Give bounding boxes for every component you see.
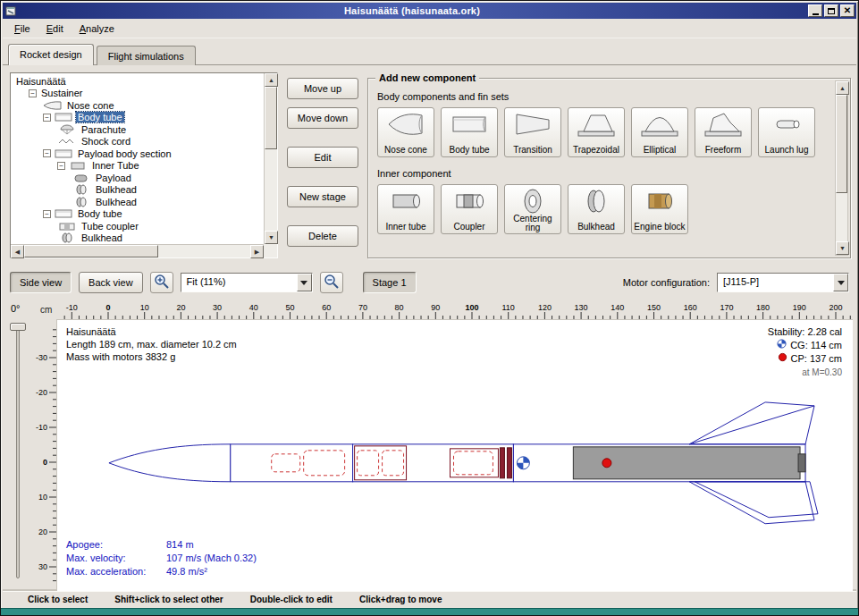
add-nose-cone-button[interactable]: Nose cone bbox=[377, 107, 434, 157]
body-tube-shape[interactable] bbox=[231, 444, 353, 482]
add-coupler-button[interactable]: Coupler bbox=[441, 184, 498, 234]
tab-flight-simulations[interactable]: Flight simulations bbox=[97, 46, 196, 65]
payload-icon bbox=[72, 173, 91, 183]
flight-stat-apogee: Apogee:814 m bbox=[66, 538, 257, 552]
add-trapezoidal-button[interactable]: Trapezoidal bbox=[568, 107, 625, 157]
maximize-button[interactable] bbox=[824, 4, 838, 17]
tree-item-inner-tube[interactable]: −Inner Tube bbox=[13, 160, 264, 173]
tree-item-parachute[interactable]: Parachute bbox=[13, 123, 264, 136]
scroll-up-icon[interactable]: ▲ bbox=[836, 81, 849, 95]
add-freeform-button[interactable]: Freeform bbox=[695, 107, 752, 157]
edit-button[interactable]: Edit bbox=[287, 147, 358, 168]
tree-item-sustainer[interactable]: −Sustainer bbox=[13, 88, 264, 100]
side-view-button[interactable]: Side view bbox=[10, 272, 72, 293]
freeform-icon bbox=[703, 111, 743, 138]
new-stage-button[interactable]: New stage bbox=[287, 186, 358, 207]
add-body-tube-button[interactable]: Body tube bbox=[441, 107, 498, 157]
menu-edit[interactable]: Edit bbox=[38, 21, 72, 37]
tree-collapse-icon[interactable]: − bbox=[43, 210, 51, 218]
motor-configuration-label: Motor configuration: bbox=[623, 277, 710, 288]
menu-file[interactable]: File bbox=[6, 21, 38, 37]
add-inner-tube-button[interactable]: Inner tube bbox=[377, 184, 434, 234]
tree-item-shock-cord[interactable]: Shock cord bbox=[13, 136, 264, 148]
mach-note: at M=0.30 bbox=[768, 366, 842, 379]
tree-horizontal-scrollbar[interactable]: ◀ ▶ bbox=[11, 244, 264, 257]
tree-item-payload-body-section[interactable]: −Payload body section bbox=[13, 148, 264, 160]
svg-text:-20: -20 bbox=[36, 388, 47, 397]
payload-section-shape[interactable] bbox=[353, 444, 514, 482]
svg-text:30: 30 bbox=[38, 562, 47, 571]
combo-arrow-button[interactable] bbox=[833, 274, 848, 291]
rocket-info-block: Haisunäätä Length 189 cm, max. diameter … bbox=[66, 325, 237, 363]
tree-item-tube-coupler[interactable]: Tube coupler bbox=[13, 220, 264, 232]
zoom-in-button[interactable] bbox=[150, 272, 173, 293]
add-transition-button[interactable]: Transition bbox=[504, 107, 561, 157]
add-bulkhead-button[interactable]: Bulkhead bbox=[568, 184, 625, 234]
scroll-right-icon[interactable]: ▶ bbox=[250, 245, 264, 258]
palette-button-label: Coupler bbox=[453, 223, 484, 232]
tree-item-label: Bulkhead bbox=[80, 232, 124, 243]
rotation-slider[interactable] bbox=[16, 326, 20, 578]
scroll-left-icon[interactable]: ◀ bbox=[11, 245, 24, 258]
tree-item-haisun-t[interactable]: Haisunäätä bbox=[13, 75, 264, 88]
tree-item-body-tube[interactable]: −Body tube bbox=[13, 112, 264, 124]
menu-analyze[interactable]: Analyze bbox=[72, 21, 122, 37]
engine-block-icon bbox=[640, 188, 679, 215]
bulkhead-shape[interactable] bbox=[500, 448, 504, 478]
tree-item-payload[interactable]: Payload bbox=[13, 172, 264, 184]
combo-arrow-button[interactable] bbox=[297, 274, 312, 291]
zoom-level-select[interactable]: Fit (11%) bbox=[181, 273, 313, 292]
minimize-button[interactable] bbox=[808, 4, 822, 17]
scroll-down-icon[interactable]: ▼ bbox=[265, 231, 278, 244]
tree-item-nose-cone[interactable]: Nose cone bbox=[13, 99, 264, 112]
tree-item-body-tube[interactable]: −Body tube bbox=[13, 208, 264, 221]
flight-stat-max-velocity: Max. velocity:107 m/s (Mach 0.32) bbox=[66, 552, 257, 565]
motor-configuration-select[interactable]: [J115-P] bbox=[717, 273, 849, 292]
stat-label: Max. acceleration: bbox=[66, 565, 166, 578]
rotation-slider-handle[interactable] bbox=[10, 323, 26, 331]
zoom-out-button[interactable] bbox=[320, 272, 343, 293]
nose-cone-shape[interactable] bbox=[109, 444, 231, 482]
bulkhead-icon bbox=[72, 184, 91, 195]
scrollbar-thumb[interactable] bbox=[836, 95, 847, 193]
scroll-up-icon[interactable]: ▲ bbox=[265, 73, 278, 87]
component-tree: Haisunäätä−SustainerNose cone−Body tubeP… bbox=[11, 73, 264, 244]
scrollbar-thumb[interactable] bbox=[24, 245, 158, 257]
bodytube-icon bbox=[54, 208, 73, 219]
group-label-body-components-and-fin-sets: Body components and fin sets bbox=[377, 91, 829, 102]
add-elliptical-button[interactable]: Elliptical bbox=[631, 107, 688, 157]
tab-rocket-design[interactable]: Rocket design bbox=[8, 44, 94, 65]
tree-item-bulkhead[interactable]: Bulkhead bbox=[13, 184, 264, 197]
move-down-button[interactable]: Move down bbox=[287, 107, 358, 129]
close-button[interactable]: ✕ bbox=[840, 4, 855, 17]
tree-collapse-icon[interactable]: − bbox=[43, 149, 51, 157]
tree-vertical-scrollbar[interactable]: ▲ ▼ bbox=[264, 73, 277, 244]
tree-collapse-icon[interactable]: − bbox=[29, 89, 37, 97]
rocket-canvas[interactable]: Haisunäätä Length 189 cm, max. diameter … bbox=[56, 319, 853, 591]
status-hint-click-drag-to-move: Click+drag to move bbox=[359, 595, 442, 604]
add-launch-lug-button[interactable]: Launch lug bbox=[758, 107, 815, 157]
scroll-down-icon[interactable]: ▼ bbox=[836, 241, 849, 255]
move-up-button[interactable]: Move up bbox=[287, 78, 358, 99]
stage-1-button[interactable]: Stage 1 bbox=[363, 272, 417, 293]
flight-stats: Apogee:814 mMax. velocity:107 m/s (Mach … bbox=[66, 538, 257, 578]
svg-text:30: 30 bbox=[213, 303, 222, 312]
tree-collapse-icon[interactable]: − bbox=[57, 162, 65, 170]
fin-bottom-2-shape[interactable] bbox=[695, 482, 818, 518]
window-icon[interactable] bbox=[4, 5, 18, 17]
add-centering-ring-button[interactable]: Centering ring bbox=[504, 184, 561, 234]
back-view-button[interactable]: Back view bbox=[79, 272, 143, 293]
delete-button[interactable]: Delete bbox=[287, 225, 358, 247]
stability-block: Stability: 2.28 cal CG: 114 cm CP: 137 c… bbox=[768, 325, 842, 379]
fin-top-shape[interactable] bbox=[689, 402, 814, 444]
tree-collapse-icon[interactable]: − bbox=[43, 114, 51, 122]
palette-vertical-scrollbar[interactable]: ▲ ▼ bbox=[835, 80, 848, 256]
motor-nozzle-shape bbox=[798, 454, 805, 472]
add-engine-block-button[interactable]: Engine block bbox=[631, 184, 688, 234]
tree-item-bulkhead[interactable]: Bulkhead bbox=[13, 196, 264, 208]
tree-item-bulkhead[interactable]: Bulkhead bbox=[13, 232, 264, 245]
bulkhead-shape[interactable] bbox=[507, 448, 511, 478]
scrollbar-thumb[interactable] bbox=[265, 87, 277, 149]
tree-item-label: Sustainer bbox=[39, 88, 84, 98]
cp-marker bbox=[602, 459, 611, 468]
